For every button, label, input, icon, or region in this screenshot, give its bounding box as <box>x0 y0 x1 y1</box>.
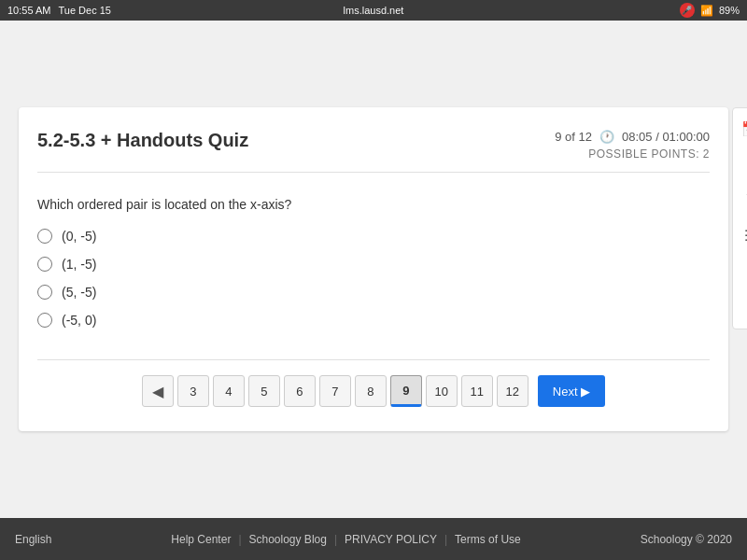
date-display: Tue Dec 15 <box>58 5 110 16</box>
radio-1[interactable] <box>37 229 52 244</box>
progress-text: 9 of 12 <box>555 130 592 144</box>
sidebar-icons: 📅 ℹ ⚑ ☰ ⤢ ❮ <box>732 107 747 329</box>
quiz-title: 5.2-5.3 + Handouts Quiz <box>37 130 248 151</box>
footer: English Help Center | Schoology Blog | P… <box>0 518 747 560</box>
page-btn-7[interactable]: 7 <box>319 375 351 407</box>
answer-option-2[interactable]: (1, -5) <box>37 257 710 272</box>
answer-option-3[interactable]: (5, -5) <box>37 285 710 300</box>
pagination-bar: ◀ 3 4 5 6 7 8 9 10 11 12 Next ▶ <box>37 359 710 413</box>
language-label: English <box>15 533 51 546</box>
answer-option-4[interactable]: (-5, 0) <box>37 313 710 328</box>
answer-option-1[interactable]: (0, -5) <box>37 229 710 244</box>
quiz-meta-right: 9 of 12 🕐 08:05 / 01:00:00 POSSIBLE POIN… <box>555 130 710 161</box>
quiz-header: 5.2-5.3 + Handouts Quiz 9 of 12 🕐 08:05 … <box>37 130 710 173</box>
schoology-blog-link[interactable]: Schoology Blog <box>249 533 327 546</box>
radio-2[interactable] <box>37 257 52 272</box>
help-center-link[interactable]: Help Center <box>171 533 231 546</box>
answer-label-2: (1, -5) <box>62 257 96 272</box>
prev-page-btn[interactable]: ◀ <box>142 375 174 407</box>
page-btn-5[interactable]: 5 <box>248 375 280 407</box>
radio-4[interactable] <box>37 313 52 328</box>
answer-label-3: (5, -5) <box>62 285 96 300</box>
radio-3[interactable] <box>37 285 52 300</box>
question-body: Which ordered pair is located on the x-a… <box>37 188 710 359</box>
main-wrapper: 📅 ℹ ⚑ ☰ ⤢ ❮ 5.2-5.3 + Handouts Quiz 9 of… <box>0 21 747 518</box>
quiz-card: 📅 ℹ ⚑ ☰ ⤢ ❮ 5.2-5.3 + Handouts Quiz 9 of… <box>19 107 728 431</box>
copyright-text: Schoology © 2020 <box>641 533 732 546</box>
page-btn-11[interactable]: 11 <box>461 375 493 407</box>
timer-icon: 🕐 <box>599 130 614 144</box>
status-bar: 10:55 AM Tue Dec 15 lms.lausd.net 🎤 📶 89… <box>0 0 747 21</box>
page-btn-3[interactable]: 3 <box>177 375 209 407</box>
page-btn-6[interactable]: 6 <box>284 375 316 407</box>
flag-icon-btn[interactable]: ⚑ <box>734 183 747 217</box>
question-text: Which ordered pair is located on the x-a… <box>37 197 710 212</box>
battery-display: 89% <box>719 5 740 16</box>
calendar-icon-btn[interactable]: 📅 <box>734 112 747 146</box>
terms-of-use-link[interactable]: Terms of Use <box>455 533 521 546</box>
wifi-icon: 📶 <box>700 5 713 17</box>
page-btn-9[interactable]: 9 <box>390 375 422 407</box>
page-btn-10[interactable]: 10 <box>426 375 458 407</box>
privacy-policy-link[interactable]: PRIVACY POLICY <box>345 533 437 546</box>
answer-label-4: (-5, 0) <box>62 313 96 328</box>
collapse-sidebar-btn[interactable]: ❮ <box>734 299 747 325</box>
possible-points: POSSIBLE POINTS: 2 <box>588 147 710 161</box>
info-icon-btn[interactable]: ℹ <box>734 147 747 181</box>
next-button[interactable]: Next ▶ <box>538 375 605 407</box>
quiz-progress: 9 of 12 🕐 08:05 / 01:00:00 <box>555 130 710 144</box>
page-btn-4[interactable]: 4 <box>213 375 245 407</box>
time-display: 10:55 AM <box>7 5 50 16</box>
expand-icon-btn[interactable]: ⤢ <box>734 254 747 287</box>
page-btn-12[interactable]: 12 <box>497 375 529 407</box>
page-btn-8[interactable]: 8 <box>355 375 387 407</box>
mic-icon: 🎤 <box>680 3 695 18</box>
footer-links: Help Center | Schoology Blog | PRIVACY P… <box>171 533 520 546</box>
answer-label-1: (0, -5) <box>62 229 96 244</box>
url-display: lms.lausd.net <box>344 5 404 16</box>
timer-text: 08:05 / 01:00:00 <box>622 130 710 144</box>
list-icon-btn[interactable]: ☰ <box>734 218 747 252</box>
